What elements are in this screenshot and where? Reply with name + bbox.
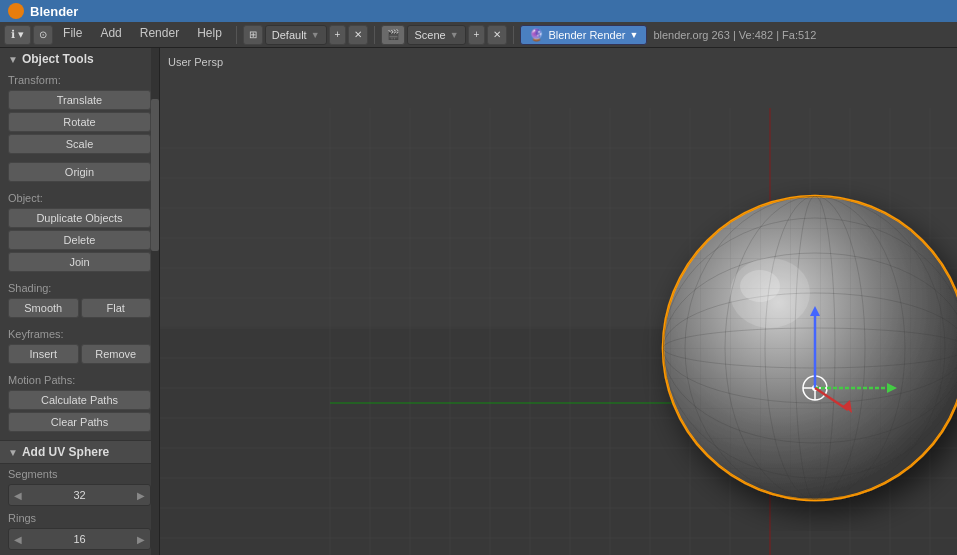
rings-label: Rings [0, 508, 159, 526]
menu-add[interactable]: Add [92, 24, 129, 46]
segments-decrease[interactable]: ◀ [9, 490, 27, 501]
title-bar: Blender [0, 0, 957, 22]
keyframes-row: Insert Remove [8, 344, 151, 364]
segments-input[interactable]: ◀ 32 ▶ [8, 484, 151, 506]
segments-label: Segments [0, 464, 159, 482]
scene-selector[interactable]: Scene ▼ [407, 25, 465, 45]
editor-type-btn[interactable]: ⊙ [33, 25, 53, 45]
scrollbar-thumb[interactable] [151, 99, 159, 251]
rotate-button[interactable]: Rotate [8, 112, 151, 132]
smooth-button[interactable]: Smooth [8, 298, 79, 318]
separator2 [374, 26, 375, 44]
info-text: blender.org 263 | Ve:482 | Fa:512 [653, 29, 816, 41]
rings-value: 16 [27, 533, 132, 545]
panel-header: ▼ Object Tools [0, 48, 159, 70]
menu-render[interactable]: Render [132, 24, 187, 46]
grid-canvas [160, 48, 957, 555]
motion-paths-label: Motion Paths: [0, 370, 159, 388]
object-label: Object: [0, 188, 159, 206]
clear-paths-button[interactable]: Clear Paths [8, 412, 151, 432]
duplicate-objects-button[interactable]: Duplicate Objects [8, 208, 151, 228]
svg-rect-36 [663, 196, 957, 500]
delete-button[interactable]: Delete [8, 230, 151, 250]
flat-button[interactable]: Flat [81, 298, 152, 318]
insert-button[interactable]: Insert [8, 344, 79, 364]
viewport[interactable]: User Persp [160, 48, 957, 555]
menu-bar: ℹ ▾ ⊙ File Add Render Help ⊞ Default ▼ +… [0, 22, 957, 48]
scene-add-btn[interactable]: + [468, 25, 486, 45]
add-sphere-title: Add UV Sphere [22, 445, 109, 459]
render-engine-name: Blender Render [548, 29, 625, 41]
scene-icon[interactable]: 🎬 [381, 25, 405, 45]
collapse-icon[interactable]: ▼ [8, 54, 18, 65]
scene-remove-btn[interactable]: ✕ [487, 25, 507, 45]
menu-file[interactable]: File [55, 24, 90, 46]
segments-increase[interactable]: ▶ [132, 490, 150, 501]
join-button[interactable]: Join [8, 252, 151, 272]
left-panel: ▼ Object Tools Transform: Translate Rota… [0, 48, 160, 555]
rings-input[interactable]: ◀ 16 ▶ [8, 528, 151, 550]
keyframes-label: Keyframes: [0, 324, 159, 342]
shading-label: Shading: [0, 278, 159, 296]
screen-layout-icon[interactable]: ⊞ [243, 25, 263, 45]
transform-label: Transform: [0, 70, 159, 88]
menu-help[interactable]: Help [189, 24, 230, 46]
svg-point-47 [740, 270, 780, 302]
blender-logo-icon [8, 3, 24, 19]
screen-name: Default [272, 29, 307, 41]
render-engine-selector[interactable]: 🔮 Blender Render ▼ [520, 25, 647, 45]
viewport-label: User Persp [168, 56, 223, 68]
separator3 [513, 26, 514, 44]
main-area: ▼ Object Tools Transform: Translate Rota… [0, 48, 957, 555]
info-icon-btn[interactable]: ℹ ▾ [4, 25, 31, 45]
add-sphere-header: ▼ Add UV Sphere [0, 440, 159, 464]
translate-button[interactable]: Translate [8, 90, 151, 110]
scale-button[interactable]: Scale [8, 134, 151, 154]
panel-title: Object Tools [22, 52, 94, 66]
scene-name: Scene [414, 29, 445, 41]
app-title: Blender [30, 4, 78, 19]
separator [236, 26, 237, 44]
calculate-paths-button[interactable]: Calculate Paths [8, 390, 151, 410]
remove-button[interactable]: Remove [81, 344, 152, 364]
segments-value: 32 [27, 489, 132, 501]
screen-remove-btn[interactable]: ✕ [348, 25, 368, 45]
screen-selector[interactable]: Default ▼ [265, 25, 327, 45]
shading-row: Smooth Flat [8, 298, 151, 318]
screen-add-btn[interactable]: + [329, 25, 347, 45]
add-sphere-collapse-icon[interactable]: ▼ [8, 447, 18, 458]
rings-decrease[interactable]: ◀ [9, 534, 27, 545]
rings-increase[interactable]: ▶ [132, 534, 150, 545]
scrollbar-track [151, 48, 159, 555]
origin-button[interactable]: Origin [8, 162, 151, 182]
